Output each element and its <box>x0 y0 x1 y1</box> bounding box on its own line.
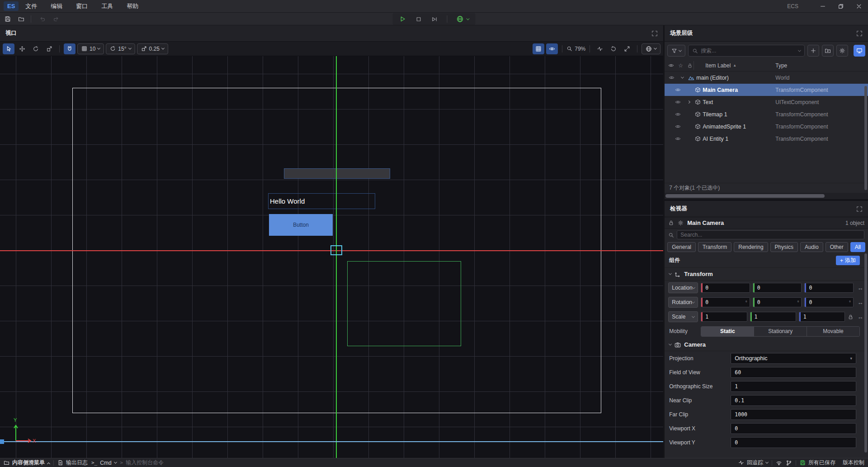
rotation-snap-dropdown[interactable]: 15° <box>106 43 135 54</box>
new-folder-button[interactable] <box>822 45 834 57</box>
chevron-right-icon[interactable] <box>687 100 690 104</box>
column-type[interactable]: Type <box>775 62 787 69</box>
undo-button[interactable] <box>37 14 48 24</box>
tab-audio[interactable]: Audio <box>800 242 823 252</box>
field-of-view-field[interactable]: 60 <box>731 367 856 378</box>
visibility-icon[interactable] <box>675 87 681 93</box>
tab-general[interactable]: General <box>667 242 696 252</box>
mobility-movable[interactable]: Movable <box>807 327 859 336</box>
location-x-field[interactable]: 0 <box>701 283 750 293</box>
minimize-button[interactable] <box>814 0 832 13</box>
location-z-field[interactable]: 0 <box>804 283 854 293</box>
view-mode-button[interactable] <box>854 45 865 57</box>
visibility-icon[interactable] <box>675 111 681 117</box>
tab-physics[interactable]: Physics <box>770 242 798 252</box>
save-button[interactable] <box>2 14 14 24</box>
location-y-field[interactable]: 0 <box>753 283 802 293</box>
expand-panel-icon[interactable] <box>651 30 658 37</box>
source-control-button[interactable] <box>786 460 792 466</box>
grid-snap-dropdown[interactable]: 10 <box>77 43 104 54</box>
tab-rendering[interactable]: Rendering <box>734 242 768 252</box>
transform-section-header[interactable]: Transform <box>665 268 868 281</box>
mobility-stationary[interactable]: Stationary <box>754 327 807 336</box>
link-axes-icon[interactable]: ↔ <box>856 314 864 320</box>
visibility-icon[interactable] <box>675 136 681 142</box>
world-run-dropdown[interactable] <box>457 15 469 23</box>
close-button[interactable] <box>850 0 868 13</box>
scene-canvas[interactable]: Hello World Button Y <box>0 56 663 458</box>
app-logo[interactable]: ES <box>4 1 19 11</box>
rotation-dropdown[interactable]: Rotation <box>668 297 698 308</box>
chevron-down-icon[interactable] <box>681 76 684 79</box>
rotation-x-field[interactable]: 0° <box>701 297 750 307</box>
expand-panel-icon[interactable] <box>856 30 863 37</box>
rotation-y-field[interactable]: 0° <box>753 297 802 307</box>
table-row[interactable]: AI Entity 1 TransformComponent <box>665 133 868 145</box>
viewport-x-field[interactable]: 0 <box>731 423 856 434</box>
reset-view-button[interactable] <box>608 43 619 54</box>
inspector-search-input[interactable] <box>680 232 861 238</box>
table-row[interactable]: Text UITextComponent <box>665 96 868 108</box>
stats-button[interactable] <box>594 43 606 54</box>
scale-dropdown[interactable]: Scale <box>668 311 698 322</box>
version-control-button[interactable]: 版本控制 <box>843 459 864 467</box>
menu-file[interactable]: 文件 <box>19 0 44 13</box>
grid-toggle-button[interactable] <box>533 43 544 54</box>
menu-window[interactable]: 窗口 <box>69 0 94 13</box>
orthographic-size-field[interactable]: 1 <box>731 381 856 392</box>
console-command-input[interactable]: > 输入控制台命令 <box>120 459 164 467</box>
add-entity-button[interactable] <box>807 45 819 57</box>
rotate-tool-button[interactable] <box>30 43 42 54</box>
vertical-scrollbar[interactable] <box>864 253 867 453</box>
hierarchy-search[interactable] <box>688 45 805 57</box>
fullscreen-button[interactable] <box>621 43 633 54</box>
search-input[interactable] <box>701 48 796 54</box>
zoom-indicator[interactable]: 79% <box>566 46 585 52</box>
viewport-y-field[interactable]: 0 <box>731 437 856 448</box>
ui-text-element[interactable]: Hello World <box>268 193 375 209</box>
tab-other[interactable]: Other <box>826 242 848 252</box>
scale-z-field[interactable]: 1 <box>799 312 845 322</box>
scale-y-field[interactable]: 1 <box>750 312 796 322</box>
redo-button[interactable] <box>50 14 62 24</box>
scale-tool-button[interactable] <box>43 43 55 54</box>
rotation-z-field[interactable]: 0° <box>804 297 854 307</box>
table-row[interactable]: Tilemap 1 TransformComponent <box>665 108 868 120</box>
tab-all[interactable]: All <box>850 242 865 252</box>
link-axes-icon[interactable]: ↔ <box>856 285 864 291</box>
scale-snap-dropdown[interactable]: 0.25 <box>137 43 168 54</box>
projection-select[interactable]: Orthographic ▾ <box>731 353 856 364</box>
gear-icon[interactable] <box>678 220 684 226</box>
world-view-dropdown[interactable] <box>642 43 660 54</box>
select-tool-button[interactable] <box>3 43 14 54</box>
table-row[interactable]: main (Editor) World <box>665 71 868 84</box>
uniform-scale-lock-icon[interactable] <box>848 314 854 320</box>
visibility-icon[interactable] <box>675 124 681 129</box>
move-tool-button[interactable] <box>16 43 28 54</box>
open-button[interactable] <box>15 14 27 24</box>
far-clip-field[interactable]: 1000 <box>731 409 856 420</box>
scale-x-field[interactable]: 1 <box>701 312 747 322</box>
lock-column-icon[interactable] <box>687 63 693 68</box>
add-component-button[interactable]: + 添加 <box>836 256 860 265</box>
mobility-static[interactable]: Static <box>701 327 754 336</box>
visibility-toggle-button[interactable] <box>546 43 558 54</box>
guide-handle[interactable] <box>0 439 4 444</box>
vertical-scrollbar[interactable] <box>864 86 867 190</box>
location-dropdown[interactable]: Location <box>668 282 698 293</box>
menu-tools[interactable]: 工具 <box>94 0 120 13</box>
trace-back-dropdown[interactable]: 回追踪 <box>738 459 768 467</box>
link-axes-icon[interactable]: ↔ <box>856 299 864 306</box>
menu-help[interactable]: 帮助 <box>120 0 145 13</box>
network-status-button[interactable] <box>776 460 782 466</box>
visibility-icon[interactable] <box>675 99 681 105</box>
snap-toggle-button[interactable] <box>64 43 75 54</box>
column-item-label[interactable]: Item Label ▲ <box>700 62 736 69</box>
cmd-dropdown[interactable]: >_ Cmd <box>91 460 117 466</box>
ui-slider-bar[interactable] <box>284 168 390 179</box>
visibility-column-icon[interactable] <box>668 62 674 68</box>
maximize-button[interactable] <box>832 0 850 13</box>
visibility-icon[interactable] <box>669 75 675 81</box>
tab-transform[interactable]: Transform <box>698 242 731 252</box>
favorite-column-icon[interactable]: ☆ <box>678 62 683 69</box>
